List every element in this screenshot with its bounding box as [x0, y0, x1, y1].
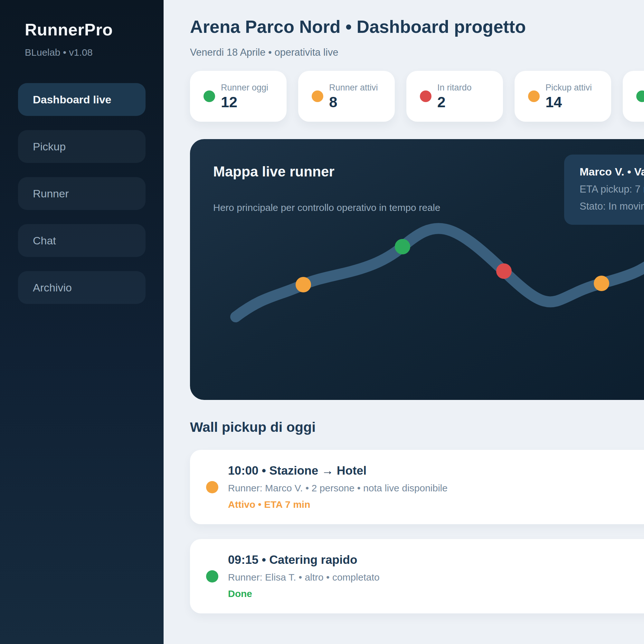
route-path: [236, 229, 644, 317]
pickup-status: Done: [228, 588, 380, 599]
sidebar-nav: Dashboard live Pickup Runner Chat Archiv…: [18, 83, 146, 304]
sidebar-item-pickup[interactable]: Pickup: [18, 130, 146, 163]
sidebar-item-label: Chat: [33, 234, 56, 247]
stat-label: Runner oggi: [221, 83, 268, 93]
stat-card-in-ritardo[interactable]: In ritardo 2: [406, 71, 503, 122]
stats-row: Runner oggi 12 Runner attivi 8 In ritard…: [190, 71, 644, 122]
pickup-title: 10:00 • Stazione → Hotel: [228, 464, 448, 478]
sidebar-item-chat[interactable]: Chat: [18, 224, 146, 257]
stat-value: 14: [545, 94, 592, 110]
sidebar-item-label: Runner: [33, 187, 69, 200]
pickup-status: Attivo • ETA 7 min: [228, 499, 448, 510]
sidebar-item-runner[interactable]: Runner: [18, 177, 146, 210]
sidebar-item-dashboard-live[interactable]: Dashboard live: [18, 83, 146, 116]
pickup-details: Runner: Marco V. • 2 persone • nota live…: [228, 483, 448, 493]
app-title: RunnerPro: [25, 20, 146, 39]
status-dot-orange: [206, 481, 218, 493]
tooltip-runner-name: Marco V. • Va: [580, 166, 644, 178]
status-dot-green: [636, 90, 644, 102]
status-dot-orange: [528, 90, 540, 102]
runner-marker-red[interactable]: [496, 263, 512, 279]
runner-marker-orange[interactable]: [296, 277, 311, 292]
stat-label: Pickup attivi: [545, 83, 592, 93]
page-title: Arena Parco Nord • Dashboard progetto: [190, 18, 644, 36]
pickup-card-0915[interactable]: 09:15 • Catering rapido Runner: Elisa T.…: [190, 539, 644, 613]
pickup-card-1000[interactable]: 10:00 • Stazione → Hotel Runner: Marco V…: [190, 450, 644, 524]
status-dot-orange: [312, 90, 323, 102]
stat-card-partial[interactable]: [623, 71, 644, 122]
stat-value: 2: [437, 94, 472, 110]
sidebar-item-label: Dashboard live: [33, 93, 111, 106]
main-content: Arena Parco Nord • Dashboard progetto Ve…: [190, 0, 644, 613]
sidebar-item-label: Pickup: [33, 140, 66, 153]
map-title: Mappa live runner: [213, 164, 335, 180]
sidebar-item-archivio[interactable]: Archivio: [18, 271, 146, 304]
live-map-card: Mappa live runner Hero principale per co…: [190, 139, 644, 400]
sidebar: RunnerPro BLuelab • v1.08 Dashboard live…: [0, 0, 164, 644]
status-dot-red: [420, 90, 431, 102]
page-subtitle: Venerdi 18 Aprile • operativita live: [190, 45, 644, 59]
app-version: BLuelab • v1.08: [25, 47, 146, 58]
stat-label: Runner attivi: [329, 83, 378, 93]
stat-value: 12: [221, 94, 268, 110]
runner-marker-green[interactable]: [395, 239, 410, 254]
stat-label: In ritardo: [437, 83, 472, 93]
stat-card-runner-attivi[interactable]: Runner attivi 8: [298, 71, 395, 122]
status-dot-green: [206, 570, 218, 582]
stat-value: 8: [329, 94, 378, 110]
stat-card-runner-oggi[interactable]: Runner oggi 12: [190, 71, 287, 122]
runner-tooltip: Marco V. • Va ETA pickup: 7 mi Stato: In…: [564, 155, 644, 225]
stat-card-pickup-attivi[interactable]: Pickup attivi 14: [515, 71, 611, 122]
tooltip-status: Stato: In movime: [580, 201, 644, 212]
pickup-title: 09:15 • Catering rapido: [228, 554, 380, 567]
map-subtitle: Hero principale per controllo operativo …: [213, 202, 440, 213]
sidebar-item-label: Archivio: [33, 281, 72, 294]
tooltip-eta: ETA pickup: 7 mi: [580, 184, 644, 195]
main-area: Arena Parco Nord • Dashboard progetto Ve…: [164, 0, 644, 644]
status-dot-green: [204, 90, 215, 102]
runner-marker-orange[interactable]: [594, 276, 609, 291]
wall-section-title: Wall pickup di oggi: [190, 419, 644, 435]
pickup-details: Runner: Elisa T. • altro • completato: [228, 572, 380, 582]
